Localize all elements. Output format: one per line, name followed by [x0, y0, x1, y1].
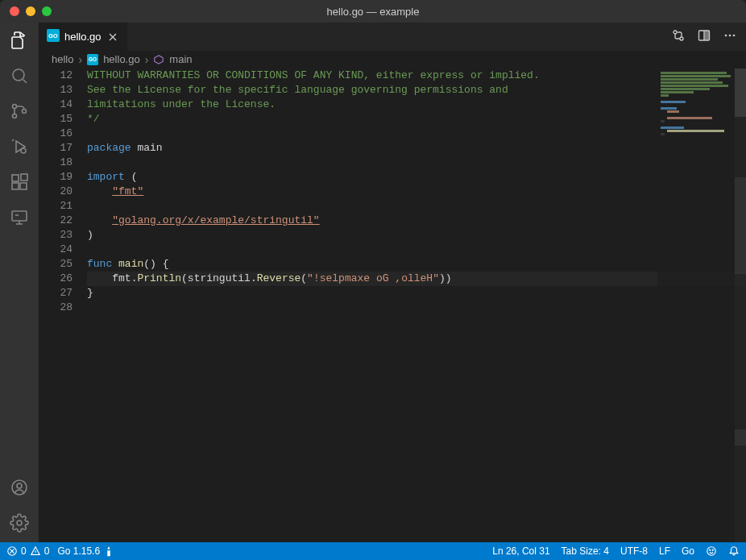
more-actions-icon[interactable]	[723, 29, 736, 45]
svg-text:GO: GO	[48, 32, 58, 39]
split-editor-icon[interactable]	[698, 29, 711, 45]
line-number: 13	[39, 83, 73, 97]
code-line[interactable]: "golang.org/x/example/stringutil"	[87, 214, 746, 228]
file-tab[interactable]: GO hello.go	[39, 23, 128, 51]
status-eol[interactable]: LF	[659, 545, 670, 557]
traffic-lights	[10, 6, 52, 16]
svg-point-21	[733, 34, 736, 36]
status-cursor-position[interactable]: Ln 26, Col 31	[492, 545, 549, 557]
title-bar: hello.go — example	[0, 0, 746, 23]
code-line[interactable]: )	[87, 228, 746, 243]
svg-point-15	[673, 31, 677, 34]
code-line[interactable]: package main	[87, 141, 746, 156]
svg-rect-18	[705, 31, 709, 39]
svg-point-12	[17, 521, 22, 525]
code-line[interactable]	[87, 301, 746, 315]
status-notifications-icon[interactable]	[728, 545, 740, 557]
svg-point-10	[12, 480, 27, 495]
source-control-icon[interactable]	[10, 102, 29, 121]
window-close-button[interactable]	[10, 6, 19, 16]
scrollbar-range-marker	[735, 429, 746, 446]
line-number: 28	[39, 301, 73, 315]
svg-rect-8	[21, 174, 27, 180]
svg-point-0	[13, 69, 24, 81]
editor-actions	[672, 23, 746, 51]
explorer-icon[interactable]	[10, 31, 29, 50]
minimap[interactable]	[657, 68, 746, 542]
svg-point-20	[729, 34, 731, 36]
breadcrumb-file[interactable]: hello.go	[103, 53, 140, 65]
svg-point-4	[21, 148, 26, 153]
status-bar: 0 0 Go 1.15.6 Ln 26, Col 31 Tab Size: 4 …	[0, 542, 746, 560]
line-number: 24	[39, 243, 73, 257]
main-area: GO hello.go hello ›	[0, 23, 746, 542]
line-number-gutter: 1213141516171819202122232425262728	[39, 68, 87, 542]
code-line[interactable]: */	[87, 112, 746, 127]
tab-close-button[interactable]	[106, 31, 119, 44]
line-number: 21	[39, 199, 73, 214]
chevron-right-icon: ›	[145, 53, 149, 66]
code-area[interactable]: WITHOUT WARRANTIES OR CONDITIONS OF ANY …	[87, 68, 746, 542]
code-line[interactable]	[87, 243, 746, 257]
minimap-scrollbar[interactable]	[735, 68, 746, 542]
breadcrumb[interactable]: hello › GO hello.go › main	[39, 51, 746, 68]
svg-point-27	[712, 550, 713, 550]
code-line[interactable]: import (	[87, 170, 746, 185]
line-number: 23	[39, 228, 73, 243]
tab-strip: GO hello.go	[39, 23, 746, 51]
status-encoding[interactable]: UTF-8	[620, 545, 648, 557]
svg-text:GO: GO	[89, 56, 97, 62]
status-tab-size[interactable]: Tab Size: 4	[562, 545, 609, 557]
window-title: hello.go — example	[327, 6, 420, 18]
scrollbar-thumb[interactable]	[735, 68, 746, 117]
code-line[interactable]: func main() {	[87, 257, 746, 272]
breadcrumb-symbol[interactable]: main	[169, 53, 192, 65]
status-language[interactable]: Go	[682, 545, 694, 557]
svg-rect-6	[12, 183, 19, 189]
accounts-icon[interactable]	[10, 478, 29, 497]
svg-point-19	[725, 34, 727, 36]
svg-point-1	[13, 105, 17, 109]
activity-bar	[0, 23, 39, 542]
code-line[interactable]: }	[87, 286, 746, 301]
svg-point-3	[23, 110, 27, 114]
svg-rect-9	[12, 211, 27, 221]
extensions-icon[interactable]	[10, 172, 29, 192]
line-number: 22	[39, 214, 73, 228]
line-number: 26	[39, 272, 73, 286]
line-number: 27	[39, 286, 73, 301]
code-line[interactable]: fmt.Println(stringutil.Reverse("!selpmax…	[87, 272, 746, 286]
svg-point-16	[680, 37, 683, 40]
status-feedback-icon[interactable]	[706, 545, 717, 557]
go-file-icon: GO	[87, 54, 98, 65]
status-go-version[interactable]: Go 1.15.6	[57, 545, 114, 557]
code-line[interactable]: limitations under the License.	[87, 97, 746, 112]
window-minimize-button[interactable]	[26, 6, 35, 16]
code-line[interactable]: WITHOUT WARRANTIES OR CONDITIONS OF ANY …	[87, 68, 746, 83]
code-line[interactable]	[87, 156, 746, 170]
line-number: 14	[39, 97, 73, 112]
svg-point-11	[17, 483, 22, 488]
warning-count: 0	[44, 545, 50, 557]
window-maximize-button[interactable]	[42, 6, 52, 16]
svg-point-26	[710, 550, 711, 550]
svg-rect-7	[20, 183, 27, 189]
code-line[interactable]: "fmt"	[87, 185, 746, 199]
settings-gear-icon[interactable]	[10, 513, 29, 533]
line-number: 18	[39, 156, 73, 170]
line-number: 20	[39, 185, 73, 199]
line-number: 17	[39, 141, 73, 156]
code-line[interactable]: See the License for the specific languag…	[87, 83, 746, 97]
debug-icon[interactable]	[10, 137, 29, 156]
compare-changes-icon[interactable]	[672, 29, 685, 45]
error-count: 0	[21, 545, 27, 557]
remote-explorer-icon[interactable]	[10, 208, 29, 227]
tab-filename: hello.go	[64, 31, 102, 43]
chevron-right-icon: ›	[78, 53, 82, 66]
breadcrumb-folder[interactable]: hello	[52, 53, 73, 65]
code-line[interactable]	[87, 199, 746, 214]
status-problems[interactable]: 0 0	[6, 545, 49, 557]
editor-content[interactable]: 1213141516171819202122232425262728 WITHO…	[39, 68, 746, 542]
search-icon[interactable]	[10, 66, 29, 85]
code-line[interactable]	[87, 127, 746, 141]
